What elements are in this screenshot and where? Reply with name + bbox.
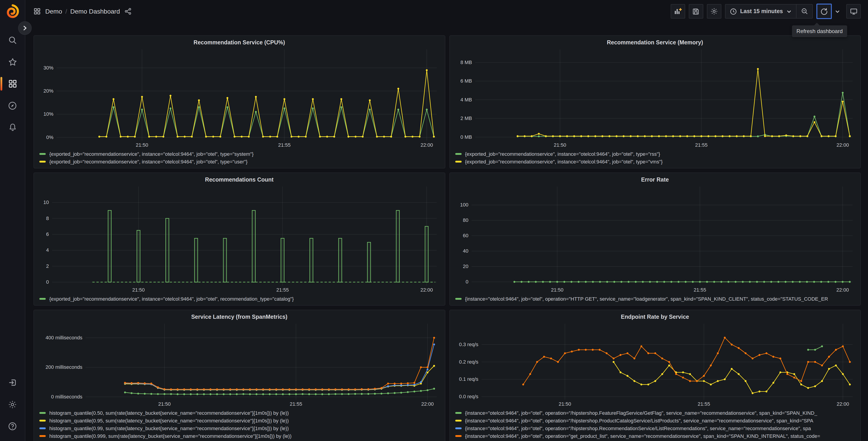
svg-text:22:00: 22:00 — [421, 142, 433, 148]
legend-swatch — [455, 160, 461, 162]
svg-text:80: 80 — [463, 217, 468, 223]
legend-swatch — [39, 298, 46, 299]
svg-text:22:00: 22:00 — [836, 401, 849, 407]
refresh-interval-dropdown[interactable] — [832, 4, 843, 19]
legend-item[interactable]: {instance="otelcol:9464", job="otel", op… — [455, 416, 855, 424]
legend-item[interactable]: {instance="otelcol:9464", job="otel", op… — [455, 432, 855, 440]
legend-item[interactable]: histogram_quantile(0.99, sum(rate(latenc… — [39, 424, 439, 432]
zoom-out-icon — [801, 8, 808, 15]
explore-compass-icon — [8, 101, 17, 110]
legend-item[interactable]: {exported_job="recommendationservice", i… — [455, 157, 855, 165]
chevron-down-icon — [835, 9, 840, 14]
legend-swatch — [455, 298, 461, 299]
svg-text:21:50: 21:50 — [558, 401, 571, 407]
share-dashboard-button[interactable] — [124, 8, 132, 15]
legend-swatch — [455, 435, 461, 437]
legend-item[interactable]: histogram_quantile(0.95, sum(rate(latenc… — [39, 416, 439, 424]
refresh-dashboard-button[interactable] — [816, 4, 832, 19]
svg-text:21:50: 21:50 — [132, 287, 145, 293]
legend-swatch — [39, 435, 46, 437]
refresh-group — [816, 4, 843, 19]
memory-chart[interactable]: 0 MB2 MB4 MB6 MB8 MB21:5021:5522:00 — [454, 47, 856, 149]
svg-text:0.3 req/s: 0.3 req/s — [459, 342, 478, 347]
legend-item[interactable]: {instance="otelcol:9464", job="otel", op… — [455, 409, 855, 416]
legend-item[interactable]: {exported_job="recommendationservice", i… — [455, 150, 855, 157]
legend-label: histogram_quantile(0.999, sum(rate(laten… — [49, 433, 291, 439]
sidebar-item-sign-in[interactable] — [3, 374, 22, 391]
panel-title[interactable]: Recommendation Service (Memory) — [454, 38, 856, 47]
time-range-label: Last 15 minutes — [740, 8, 783, 14]
breadcrumb-section[interactable]: Demo — [45, 8, 62, 15]
legend-swatch — [455, 412, 461, 414]
sign-in-icon — [8, 378, 17, 387]
legend-item[interactable]: {instance="otelcol:9464", job="otel", op… — [455, 424, 855, 432]
sidebar-item-explore[interactable] — [3, 97, 22, 114]
latency-chart[interactable]: 0 milliseconds200 milliseconds400 millis… — [38, 321, 440, 408]
svg-text:21:55: 21:55 — [693, 287, 706, 293]
legend-item[interactable]: histogram_quantile(0.999, sum(rate(laten… — [39, 432, 439, 440]
legend-swatch — [455, 153, 461, 155]
panel-title[interactable]: Service Latency (from SpanMetrics) — [38, 313, 440, 321]
endpoint-rate-chart[interactable]: 0.0 req/s0.1 req/s0.2 req/s0.3 req/s21:5… — [454, 321, 856, 408]
legend-item[interactable]: {instance="otelcol:9464", job="otel", op… — [455, 295, 855, 302]
svg-text:0: 0 — [46, 279, 49, 285]
sidebar-item-dashboards[interactable] — [3, 75, 22, 92]
legend-label: {exported_job="recommendationservice", i… — [49, 151, 254, 156]
svg-text:30%: 30% — [43, 65, 53, 70]
grafana-logo[interactable] — [5, 4, 20, 19]
panel-recommendations-count: Recommendations Count 024681021:5021:552… — [33, 173, 445, 305]
sidebar-expand-button[interactable] — [18, 21, 32, 35]
legend-item[interactable]: {exported_job="recommendationservice", i… — [39, 157, 439, 165]
sidebar-item-alerting[interactable] — [3, 119, 22, 136]
alerting-bell-icon — [8, 123, 17, 132]
breadcrumb-dashboard[interactable]: Demo Dashboard — [70, 8, 120, 15]
legend-item[interactable]: {exported_job="recommendationservice", i… — [39, 150, 439, 157]
time-range-button[interactable]: Last 15 minutes — [725, 4, 796, 18]
sidebar-item-search[interactable] — [3, 32, 22, 49]
panel-title[interactable]: Error Rate — [454, 175, 856, 184]
legend-label: {instance="otelcol:9464", job="otel", op… — [465, 410, 817, 415]
share-icon — [124, 8, 132, 15]
save-dashboard-button[interactable] — [688, 4, 703, 19]
topbar: Demo / Demo Dashboard Las — [25, 0, 868, 23]
sidebar-item-admin[interactable] — [3, 396, 22, 413]
kiosk-mode-button[interactable] — [846, 4, 861, 19]
dashboard-settings-button[interactable] — [707, 4, 721, 19]
legend-label: {instance="otelcol:9464", job="otel", op… — [465, 296, 828, 301]
panel-endpoint-rate: Endpoint Rate by Service 0.0 req/s0.1 re… — [449, 310, 861, 441]
panel-title[interactable]: Recommendation Service (CPU%) — [38, 38, 440, 47]
sidebar-item-starred[interactable] — [3, 53, 22, 70]
star-icon — [8, 58, 17, 66]
panel-recommendation-memory: Recommendation Service (Memory) 0 MB2 MB… — [449, 35, 861, 169]
zoom-out-time-button[interactable] — [796, 4, 812, 18]
sidebar — [0, 0, 25, 441]
time-range-picker: Last 15 minutes — [725, 4, 813, 19]
svg-text:21:50: 21:50 — [551, 287, 563, 293]
legend-item[interactable]: {exported_job="recommendationservice", i… — [39, 295, 439, 302]
cpu-chart[interactable]: 0%10%20%30%21:5021:5522:00 — [38, 47, 440, 149]
svg-text:22:00: 22:00 — [836, 142, 849, 148]
svg-text:8: 8 — [46, 215, 49, 221]
legend-label: {exported_job="recommendationservice", i… — [465, 159, 662, 164]
svg-text:0.2 req/s: 0.2 req/s — [459, 359, 478, 365]
svg-text:21:55: 21:55 — [695, 142, 707, 148]
error-rate-legend: {instance="otelcol:9464", job="otel", op… — [454, 294, 856, 302]
panel-title[interactable]: Recommendations Count — [38, 175, 440, 184]
svg-text:22:00: 22:00 — [421, 401, 434, 407]
refresh-tooltip: Refresh dashboard — [792, 25, 847, 37]
legend-item[interactable]: histogram_quantile(0.50, sum(rate(latenc… — [39, 409, 439, 416]
sidebar-item-help[interactable] — [3, 417, 22, 435]
chevron-down-icon — [786, 9, 792, 14]
svg-text:20: 20 — [463, 264, 468, 269]
legend-label: {exported_job="recommendationservice", i… — [465, 151, 660, 156]
error-rate-chart[interactable]: 02040608010021:5021:5522:00 — [454, 184, 856, 294]
main-area: Demo / Demo Dashboard Las — [25, 0, 868, 441]
legend-label: histogram_quantile(0.99, sum(rate(latenc… — [49, 425, 289, 431]
svg-text:2: 2 — [46, 263, 49, 269]
add-panel-button[interactable] — [671, 4, 685, 19]
count-chart[interactable]: 024681021:5021:5522:00 — [38, 184, 440, 294]
save-icon — [692, 7, 700, 15]
svg-text:8 MB: 8 MB — [460, 60, 472, 65]
panel-title[interactable]: Endpoint Rate by Service — [454, 313, 856, 321]
svg-text:0%: 0% — [46, 135, 53, 140]
